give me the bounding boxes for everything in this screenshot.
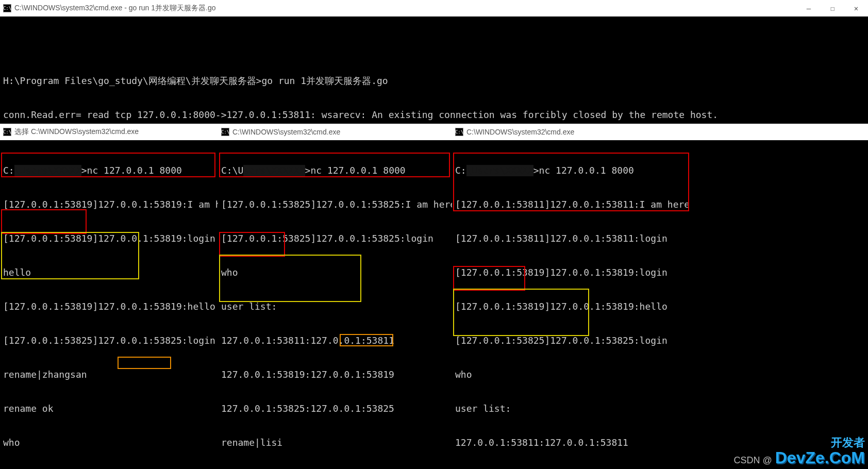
client-window-2: C:\ C:\WINDOWS\system32\cmd.exe C:\Users… (218, 124, 452, 469)
prompt-line: C:\Users\XXXXX>nc 127.0.0.1 8000 (3, 165, 215, 176)
watermark: 开发者 CSDN @ DevZe.CoM (733, 437, 865, 466)
output-line: rename ok (3, 403, 215, 414)
titlebar[interactable]: C:\ C:\WINDOWS\system32\cmd.exe (218, 124, 452, 140)
output-line: rename|zhangsan (3, 369, 215, 380)
cmd-icon: C:\ (221, 128, 229, 136)
output-line: [127.0.0.1:53825]127.0.0.1:53825:I am he… (221, 199, 449, 210)
output-line: [127.0.0.1:53811]127.0.0.1:53811:I am he… (455, 199, 865, 210)
window-title: C:\WINDOWS\system32\cmd.exe (466, 128, 574, 136)
output-line: conn.Read.err= read tcp 127.0.0.1:8000->… (3, 109, 865, 121)
watermark-csdn: CSDN @ (733, 455, 772, 466)
client-window-3: C:\ C:\WINDOWS\system32\cmd.exe C:\Users… (452, 124, 868, 469)
highlight-orange (118, 357, 171, 369)
output-line: user list: (221, 301, 449, 312)
terminal-output[interactable]: C:\Users\XXXXX>nc 127.0.0.1 8000 [127.0.… (452, 140, 868, 469)
terminal-output[interactable]: H:\Program Files\go_study\网络编程\并发聊天服务器>g… (0, 16, 868, 124)
output-line: user list: (455, 403, 865, 414)
output-line: [127.0.0.1:53819]127.0.0.1:53819:hello (3, 301, 215, 312)
cmd-icon: C:\ (455, 128, 463, 136)
output-line: 127.0.0.1:53819:127.0.0.1:53819 (221, 369, 449, 380)
maximize-button[interactable]: ☐ (821, 0, 844, 16)
window-title: C:\WINDOWS\system32\cmd.exe (232, 128, 340, 136)
titlebar[interactable]: C:\ 选择 C:\WINDOWS\system32\cmd.exe (0, 124, 218, 140)
close-button[interactable]: ✕ (844, 0, 868, 16)
titlebar[interactable]: C:\ C:\WINDOWS\system32\cmd.exe (452, 124, 868, 140)
titlebar[interactable]: C:\ C:\WINDOWS\system32\cmd.exe - go run… (0, 0, 868, 16)
output-line: [127.0.0.1:53819]127.0.0.1:53819:login (3, 233, 215, 244)
cmd-icon: C:\ (3, 4, 11, 12)
prompt-line: C:\Users\XXXXXX>nc 127.0.0.1 8000 (221, 165, 449, 176)
output-line: who (455, 369, 865, 380)
output-line: [127.0.0.1:53811]127.0.0.1:53811:login (455, 233, 865, 244)
output-line: [127.0.0.1:53819]127.0.0.1:53819:login (455, 267, 865, 278)
output-line: H:\Program Files\go_study\网络编程\并发聊天服务器>g… (3, 75, 865, 87)
output-line: [127.0.0.1:53819]127.0.0.1:53819:hello (455, 301, 865, 312)
client-window-1: C:\ 选择 C:\WINDOWS\system32\cmd.exe C:\Us… (0, 124, 218, 469)
server-window: C:\ C:\WINDOWS\system32\cmd.exe - go run… (0, 0, 868, 124)
output-line: who (3, 437, 215, 448)
minimize-button[interactable]: — (797, 0, 821, 16)
output-line: hello (3, 267, 215, 278)
watermark-devze: DevZe.CoM (775, 449, 865, 466)
highlight-yellow (453, 289, 589, 336)
terminal-output[interactable]: C:\Users\XXXXXX>nc 127.0.0.1 8000 [127.0… (218, 140, 452, 469)
cmd-icon: C:\ (3, 128, 11, 136)
output-line: [127.0.0.1:53819]127.0.0.1:53819:I am he (3, 199, 215, 210)
output-line: rename|lisi (221, 437, 449, 448)
output-line: who (221, 267, 449, 278)
output-line: [127.0.0.1:53825]127.0.0.1:53825:login (3, 335, 215, 346)
output-line (3, 41, 865, 53)
watermark-cn: 开发者 (831, 437, 865, 448)
output-line: 127.0.0.1:53825:127.0.0.1:53825 (221, 403, 449, 414)
window-title: C:\WINDOWS\system32\cmd.exe - go run 1并发… (14, 4, 216, 13)
output-line: 127.0.0.1:53811:127.0.0.1:53811 (221, 335, 449, 346)
window-controls: — ☐ ✕ (797, 0, 868, 16)
window-title: 选择 C:\WINDOWS\system32\cmd.exe (14, 127, 139, 137)
output-line: [127.0.0.1:53825]127.0.0.1:53825:login (221, 233, 449, 244)
output-line: [127.0.0.1:53825]127.0.0.1:53825:login (455, 335, 865, 346)
prompt-line: C:\Users\XXXXX>nc 127.0.0.1 8000 (455, 165, 865, 176)
highlight-red (1, 209, 87, 234)
highlight-yellow (219, 255, 361, 302)
terminal-output[interactable]: C:\Users\XXXXX>nc 127.0.0.1 8000 [127.0.… (0, 140, 218, 469)
